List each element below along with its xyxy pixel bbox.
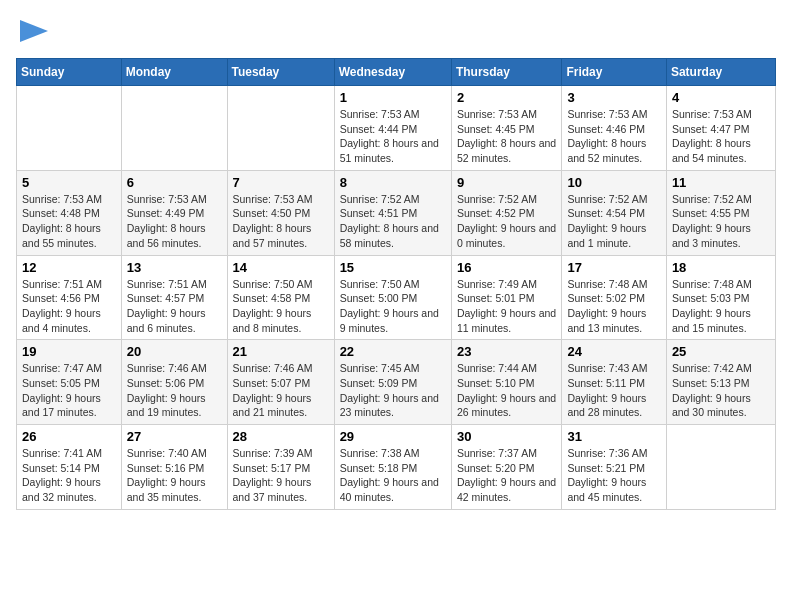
logo	[16, 16, 48, 46]
day-number: 3	[567, 90, 660, 105]
calendar-cell: 5Sunrise: 7:53 AM Sunset: 4:48 PM Daylig…	[17, 170, 122, 255]
calendar-cell: 18Sunrise: 7:48 AM Sunset: 5:03 PM Dayli…	[666, 255, 775, 340]
day-info: Sunrise: 7:53 AM Sunset: 4:45 PM Dayligh…	[457, 107, 557, 166]
calendar-cell: 27Sunrise: 7:40 AM Sunset: 5:16 PM Dayli…	[121, 425, 227, 510]
day-number: 16	[457, 260, 557, 275]
calendar-cell	[666, 425, 775, 510]
calendar-cell	[121, 86, 227, 171]
day-info: Sunrise: 7:48 AM Sunset: 5:03 PM Dayligh…	[672, 277, 770, 336]
day-number: 7	[233, 175, 329, 190]
day-number: 26	[22, 429, 116, 444]
calendar-cell: 28Sunrise: 7:39 AM Sunset: 5:17 PM Dayli…	[227, 425, 334, 510]
calendar-table: SundayMondayTuesdayWednesdayThursdayFrid…	[16, 58, 776, 510]
day-info: Sunrise: 7:51 AM Sunset: 4:57 PM Dayligh…	[127, 277, 222, 336]
calendar-cell: 11Sunrise: 7:52 AM Sunset: 4:55 PM Dayli…	[666, 170, 775, 255]
logo-arrow-icon	[20, 20, 48, 42]
day-number: 24	[567, 344, 660, 359]
calendar-header-monday: Monday	[121, 59, 227, 86]
calendar-week-row: 26Sunrise: 7:41 AM Sunset: 5:14 PM Dayli…	[17, 425, 776, 510]
day-number: 2	[457, 90, 557, 105]
page-header	[16, 16, 776, 46]
calendar-cell: 31Sunrise: 7:36 AM Sunset: 5:21 PM Dayli…	[562, 425, 666, 510]
day-info: Sunrise: 7:53 AM Sunset: 4:49 PM Dayligh…	[127, 192, 222, 251]
day-number: 21	[233, 344, 329, 359]
day-number: 4	[672, 90, 770, 105]
calendar-cell	[17, 86, 122, 171]
day-info: Sunrise: 7:41 AM Sunset: 5:14 PM Dayligh…	[22, 446, 116, 505]
day-info: Sunrise: 7:52 AM Sunset: 4:52 PM Dayligh…	[457, 192, 557, 251]
day-number: 10	[567, 175, 660, 190]
calendar-cell: 17Sunrise: 7:48 AM Sunset: 5:02 PM Dayli…	[562, 255, 666, 340]
day-info: Sunrise: 7:53 AM Sunset: 4:47 PM Dayligh…	[672, 107, 770, 166]
day-number: 6	[127, 175, 222, 190]
day-info: Sunrise: 7:37 AM Sunset: 5:20 PM Dayligh…	[457, 446, 557, 505]
day-info: Sunrise: 7:53 AM Sunset: 4:44 PM Dayligh…	[340, 107, 446, 166]
day-number: 20	[127, 344, 222, 359]
calendar-cell: 30Sunrise: 7:37 AM Sunset: 5:20 PM Dayli…	[451, 425, 562, 510]
calendar-cell: 3Sunrise: 7:53 AM Sunset: 4:46 PM Daylig…	[562, 86, 666, 171]
calendar-header-saturday: Saturday	[666, 59, 775, 86]
calendar-header-friday: Friday	[562, 59, 666, 86]
calendar-cell: 21Sunrise: 7:46 AM Sunset: 5:07 PM Dayli…	[227, 340, 334, 425]
svg-marker-0	[20, 20, 48, 42]
day-info: Sunrise: 7:47 AM Sunset: 5:05 PM Dayligh…	[22, 361, 116, 420]
calendar-cell: 9Sunrise: 7:52 AM Sunset: 4:52 PM Daylig…	[451, 170, 562, 255]
calendar-cell: 10Sunrise: 7:52 AM Sunset: 4:54 PM Dayli…	[562, 170, 666, 255]
day-number: 8	[340, 175, 446, 190]
day-number: 12	[22, 260, 116, 275]
day-info: Sunrise: 7:52 AM Sunset: 4:54 PM Dayligh…	[567, 192, 660, 251]
day-number: 5	[22, 175, 116, 190]
calendar-header-row: SundayMondayTuesdayWednesdayThursdayFrid…	[17, 59, 776, 86]
calendar-cell: 4Sunrise: 7:53 AM Sunset: 4:47 PM Daylig…	[666, 86, 775, 171]
day-number: 15	[340, 260, 446, 275]
day-number: 23	[457, 344, 557, 359]
calendar-cell: 15Sunrise: 7:50 AM Sunset: 5:00 PM Dayli…	[334, 255, 451, 340]
calendar-cell: 16Sunrise: 7:49 AM Sunset: 5:01 PM Dayli…	[451, 255, 562, 340]
day-number: 18	[672, 260, 770, 275]
calendar-cell: 6Sunrise: 7:53 AM Sunset: 4:49 PM Daylig…	[121, 170, 227, 255]
day-info: Sunrise: 7:44 AM Sunset: 5:10 PM Dayligh…	[457, 361, 557, 420]
calendar-week-row: 1Sunrise: 7:53 AM Sunset: 4:44 PM Daylig…	[17, 86, 776, 171]
day-number: 22	[340, 344, 446, 359]
calendar-header-tuesday: Tuesday	[227, 59, 334, 86]
day-info: Sunrise: 7:51 AM Sunset: 4:56 PM Dayligh…	[22, 277, 116, 336]
day-number: 11	[672, 175, 770, 190]
calendar-header-sunday: Sunday	[17, 59, 122, 86]
day-info: Sunrise: 7:53 AM Sunset: 4:46 PM Dayligh…	[567, 107, 660, 166]
day-info: Sunrise: 7:42 AM Sunset: 5:13 PM Dayligh…	[672, 361, 770, 420]
day-number: 25	[672, 344, 770, 359]
day-info: Sunrise: 7:46 AM Sunset: 5:06 PM Dayligh…	[127, 361, 222, 420]
calendar-cell: 26Sunrise: 7:41 AM Sunset: 5:14 PM Dayli…	[17, 425, 122, 510]
day-info: Sunrise: 7:43 AM Sunset: 5:11 PM Dayligh…	[567, 361, 660, 420]
calendar-week-row: 5Sunrise: 7:53 AM Sunset: 4:48 PM Daylig…	[17, 170, 776, 255]
day-info: Sunrise: 7:46 AM Sunset: 5:07 PM Dayligh…	[233, 361, 329, 420]
calendar-cell	[227, 86, 334, 171]
calendar-header-wednesday: Wednesday	[334, 59, 451, 86]
day-number: 14	[233, 260, 329, 275]
day-info: Sunrise: 7:49 AM Sunset: 5:01 PM Dayligh…	[457, 277, 557, 336]
day-number: 13	[127, 260, 222, 275]
day-info: Sunrise: 7:53 AM Sunset: 4:48 PM Dayligh…	[22, 192, 116, 251]
calendar-cell: 14Sunrise: 7:50 AM Sunset: 4:58 PM Dayli…	[227, 255, 334, 340]
calendar-cell: 19Sunrise: 7:47 AM Sunset: 5:05 PM Dayli…	[17, 340, 122, 425]
day-info: Sunrise: 7:40 AM Sunset: 5:16 PM Dayligh…	[127, 446, 222, 505]
calendar-cell: 29Sunrise: 7:38 AM Sunset: 5:18 PM Dayli…	[334, 425, 451, 510]
day-info: Sunrise: 7:52 AM Sunset: 4:51 PM Dayligh…	[340, 192, 446, 251]
calendar-cell: 1Sunrise: 7:53 AM Sunset: 4:44 PM Daylig…	[334, 86, 451, 171]
calendar-cell: 20Sunrise: 7:46 AM Sunset: 5:06 PM Dayli…	[121, 340, 227, 425]
calendar-cell: 23Sunrise: 7:44 AM Sunset: 5:10 PM Dayli…	[451, 340, 562, 425]
day-number: 19	[22, 344, 116, 359]
day-info: Sunrise: 7:52 AM Sunset: 4:55 PM Dayligh…	[672, 192, 770, 251]
day-number: 17	[567, 260, 660, 275]
day-number: 27	[127, 429, 222, 444]
calendar-week-row: 12Sunrise: 7:51 AM Sunset: 4:56 PM Dayli…	[17, 255, 776, 340]
calendar-header-thursday: Thursday	[451, 59, 562, 86]
day-info: Sunrise: 7:48 AM Sunset: 5:02 PM Dayligh…	[567, 277, 660, 336]
day-info: Sunrise: 7:36 AM Sunset: 5:21 PM Dayligh…	[567, 446, 660, 505]
calendar-cell: 8Sunrise: 7:52 AM Sunset: 4:51 PM Daylig…	[334, 170, 451, 255]
day-info: Sunrise: 7:50 AM Sunset: 5:00 PM Dayligh…	[340, 277, 446, 336]
calendar-cell: 24Sunrise: 7:43 AM Sunset: 5:11 PM Dayli…	[562, 340, 666, 425]
calendar-cell: 12Sunrise: 7:51 AM Sunset: 4:56 PM Dayli…	[17, 255, 122, 340]
calendar-week-row: 19Sunrise: 7:47 AM Sunset: 5:05 PM Dayli…	[17, 340, 776, 425]
day-info: Sunrise: 7:39 AM Sunset: 5:17 PM Dayligh…	[233, 446, 329, 505]
